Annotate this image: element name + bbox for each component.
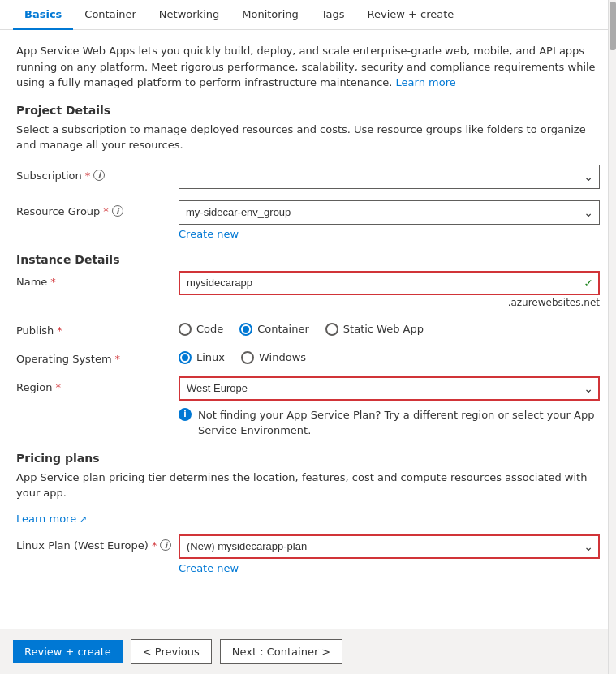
region-select[interactable]: West Europe xyxy=(179,376,600,401)
pricing-plans-desc: App Service plan pricing tier determines… xyxy=(16,470,600,501)
review-create-button[interactable]: Review + create xyxy=(13,640,123,663)
region-info-box: i Not finding your App Service Plan? Try… xyxy=(179,407,600,439)
name-input[interactable] xyxy=(179,271,600,295)
subscription-select[interactable] xyxy=(179,165,600,189)
publish-container-radio-outer xyxy=(239,323,252,336)
main-content: App Service Web Apps lets you quickly bu… xyxy=(0,30,616,647)
subscription-info-icon[interactable]: i xyxy=(93,170,105,181)
tab-basics[interactable]: Basics xyxy=(13,0,73,30)
region-required: * xyxy=(56,381,62,393)
linux-plan-row: Linux Plan (West Europe) * i (New) mysid… xyxy=(16,534,600,574)
region-control: West Europe i Not finding your App Servi… xyxy=(179,376,600,439)
project-details-desc: Select a subscription to manage deployed… xyxy=(16,122,600,153)
name-required: * xyxy=(50,276,56,288)
name-control: ✓ .azurewebsites.net xyxy=(179,271,600,308)
tab-tags[interactable]: Tags xyxy=(310,0,356,30)
os-linux-label: Linux xyxy=(196,351,225,363)
subscription-select-wrapper xyxy=(179,165,600,189)
scrollbar-thumb[interactable] xyxy=(610,2,616,50)
publish-required: * xyxy=(57,324,62,337)
region-row: Region * West Europe i Not finding your … xyxy=(16,376,600,439)
resource-group-control: my-sidecar-env_group Create new xyxy=(179,200,600,240)
instance-details-header: Instance Details xyxy=(16,253,600,266)
os-windows-radio[interactable]: Windows xyxy=(241,351,306,364)
region-label: Region * xyxy=(16,376,179,393)
publish-radio-group: Code Container Static Web App xyxy=(179,320,600,336)
resource-group-row: Resource Group * i my-sidecar-env_group … xyxy=(16,200,600,240)
resource-group-create-new-link[interactable]: Create new xyxy=(179,228,600,240)
os-windows-label: Windows xyxy=(259,351,306,363)
publish-control: Code Container Static Web App xyxy=(179,320,600,336)
tab-bar: Basics Container Networking Monitoring T… xyxy=(0,0,616,30)
subscription-control xyxy=(179,165,600,189)
previous-button[interactable]: < Previous xyxy=(131,639,212,664)
os-windows-radio-outer xyxy=(241,351,254,364)
pricing-plans-header: Pricing plans xyxy=(16,452,600,465)
footer-spacer xyxy=(16,586,600,634)
os-required: * xyxy=(115,353,121,365)
tab-review[interactable]: Review + create xyxy=(356,0,466,30)
linux-plan-select-wrapper: (New) mysidecarapp-plan xyxy=(179,534,600,559)
intro-description: App Service Web Apps lets you quickly bu… xyxy=(16,43,600,91)
rg-required: * xyxy=(103,205,109,217)
linux-plan-required: * xyxy=(152,539,157,552)
region-select-wrapper: West Europe xyxy=(179,376,600,401)
subscription-row: Subscription * i xyxy=(16,165,600,189)
publish-static-label: Static Web App xyxy=(343,323,424,335)
name-check-icon: ✓ xyxy=(584,277,593,290)
publish-container-radio[interactable]: Container xyxy=(239,323,309,336)
next-button[interactable]: Next : Container > xyxy=(220,639,342,664)
os-label: Operating System * xyxy=(16,348,179,365)
name-input-wrapper: ✓ xyxy=(179,271,600,295)
os-linux-radio-outer xyxy=(179,351,192,364)
name-label: Name * xyxy=(16,271,179,288)
publish-label: Publish * xyxy=(16,320,179,337)
publish-container-radio-inner xyxy=(243,326,249,333)
publish-code-label: Code xyxy=(196,323,223,335)
os-radio-group: Linux Windows xyxy=(179,348,600,364)
publish-static-radio[interactable]: Static Web App xyxy=(325,323,424,336)
linux-plan-create-new-link[interactable]: Create new xyxy=(179,562,600,574)
os-row: Operating System * Linux Windows xyxy=(16,348,600,365)
subscription-required: * xyxy=(85,170,91,182)
resource-group-select[interactable]: my-sidecar-env_group xyxy=(179,200,600,225)
footer: Review + create < Previous Next : Contai… xyxy=(0,629,616,674)
linux-plan-select[interactable]: (New) mysidecarapp-plan xyxy=(179,534,600,559)
tab-monitoring[interactable]: Monitoring xyxy=(230,0,310,30)
publish-static-radio-outer xyxy=(325,323,338,336)
resource-group-label: Resource Group * i xyxy=(16,200,179,217)
resource-group-select-wrapper: my-sidecar-env_group xyxy=(179,200,600,225)
linux-plan-info-icon[interactable]: i xyxy=(160,539,171,551)
os-control: Linux Windows xyxy=(179,348,600,364)
tab-container[interactable]: Container xyxy=(73,0,148,30)
region-info-circle-icon: i xyxy=(179,408,192,421)
intro-learn-more-link[interactable]: Learn more xyxy=(396,76,456,88)
region-info-text: Not finding your App Service Plan? Try a… xyxy=(198,407,600,439)
publish-row: Publish * Code Container xyxy=(16,320,600,337)
rg-info-icon[interactable]: i xyxy=(112,205,123,217)
linux-plan-control: (New) mysidecarapp-plan Create new xyxy=(179,534,600,574)
pricing-learn-more-link[interactable]: Learn more xyxy=(16,513,87,525)
tab-networking[interactable]: Networking xyxy=(148,0,230,30)
publish-code-radio-outer xyxy=(179,323,192,336)
linux-plan-label: Linux Plan (West Europe) * i xyxy=(16,534,179,552)
project-details-header: Project Details xyxy=(16,104,600,117)
name-row: Name * ✓ .azurewebsites.net xyxy=(16,271,600,308)
publish-container-label: Container xyxy=(257,323,309,335)
os-linux-radio-inner xyxy=(182,354,188,361)
scrollbar-track xyxy=(608,0,616,674)
publish-code-radio[interactable]: Code xyxy=(179,323,223,336)
name-suffix: .azurewebsites.net xyxy=(179,297,600,308)
subscription-label: Subscription * i xyxy=(16,165,179,182)
os-linux-radio[interactable]: Linux xyxy=(179,351,225,364)
